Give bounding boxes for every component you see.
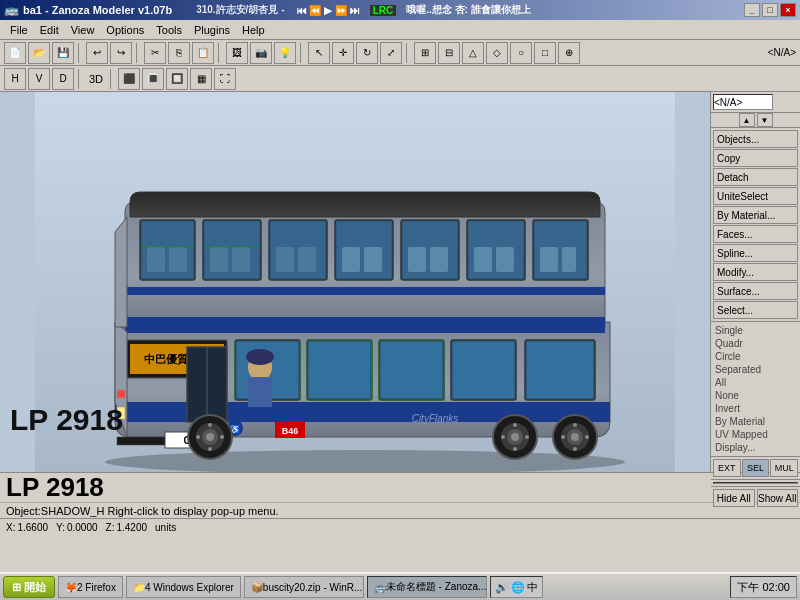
sep2: [136, 43, 140, 63]
start-button[interactable]: ⊞ 開始: [3, 576, 55, 598]
obj-statusbar: Object:SHADOW_H Right-click to display p…: [0, 502, 800, 518]
tb-btn-3[interactable]: 📋: [192, 42, 214, 64]
select-separated[interactable]: Separated: [713, 363, 798, 376]
close-button[interactable]: ×: [780, 3, 796, 17]
viewport[interactable]: 中巴優質服務 ♿ B46: [0, 92, 710, 472]
lp-display: LP 2918: [10, 403, 123, 437]
new-button[interactable]: 📄: [4, 42, 26, 64]
select-none[interactable]: None: [713, 389, 798, 402]
rp-top-area: [711, 92, 800, 113]
select-quadr[interactable]: Quadr: [713, 337, 798, 350]
detach-button[interactable]: Detach: [713, 168, 798, 186]
minimize-button[interactable]: _: [744, 3, 760, 17]
rp-top-input[interactable]: [713, 94, 773, 110]
save-button[interactable]: 💾: [52, 42, 74, 64]
tb-btn-8[interactable]: ⊟: [438, 42, 460, 64]
maximize-button[interactable]: □: [762, 3, 778, 17]
modify-button[interactable]: Modify...: [713, 263, 798, 281]
menu-tools[interactable]: Tools: [150, 22, 188, 38]
tb-btn-9[interactable]: △: [462, 42, 484, 64]
undo-button[interactable]: ↩: [86, 42, 108, 64]
tb-btn-13[interactable]: ⊕: [558, 42, 580, 64]
select-button[interactable]: Select...: [713, 301, 798, 319]
mode-d[interactable]: D: [52, 68, 74, 90]
view-3d-label: 3D: [86, 73, 106, 85]
svg-rect-4: [125, 287, 605, 295]
copy-button[interactable]: Copy: [713, 149, 798, 167]
select-by-material[interactable]: By Material: [713, 415, 798, 428]
svg-rect-48: [453, 342, 514, 398]
menu-file[interactable]: File: [4, 22, 34, 38]
unite-select-button[interactable]: UniteSelect: [713, 187, 798, 205]
tb2-btn-2[interactable]: 🔳: [142, 68, 164, 90]
menu-view[interactable]: View: [65, 22, 101, 38]
titlebar-left: 🚌 ba1 - Zanoza Modeler v1.07b 310.許志安/胡杏…: [4, 3, 531, 17]
tb-btn-5[interactable]: 📷: [250, 42, 272, 64]
scroll-down-button[interactable]: ▼: [757, 113, 773, 127]
sep3: [218, 43, 222, 63]
svg-rect-27: [474, 247, 492, 272]
taskbar-firefox[interactable]: 🦊 2 Firefox: [58, 576, 123, 598]
menu-help[interactable]: Help: [236, 22, 271, 38]
tb2-btn-4[interactable]: ▦: [190, 68, 212, 90]
tb-btn-6[interactable]: 💡: [274, 42, 296, 64]
menu-options[interactable]: Options: [100, 22, 150, 38]
hide-all-button[interactable]: Hide All: [713, 489, 755, 507]
select-invert[interactable]: Invert: [713, 402, 798, 415]
svg-rect-59: [117, 390, 125, 398]
tb-btn-11[interactable]: ○: [510, 42, 532, 64]
taskbar-winrar[interactable]: 📦 buscity20.zip - WinR...: [244, 576, 364, 598]
toolbar2: H V D 3D ⬛ 🔳 🔲 ▦ ⛶: [0, 66, 800, 92]
faces-button[interactable]: Faces...: [713, 225, 798, 243]
svg-point-42: [246, 349, 274, 365]
objects-button[interactable]: Objects...: [713, 130, 798, 148]
open-button[interactable]: 📂: [28, 42, 50, 64]
mode-h[interactable]: H: [4, 68, 26, 90]
tb2-btn-5[interactable]: ⛶: [214, 68, 236, 90]
select-tool[interactable]: ↖: [308, 42, 330, 64]
by-material-button[interactable]: By Material...: [713, 206, 798, 224]
rotate-tool[interactable]: ↻: [356, 42, 378, 64]
scroll-up-button[interactable]: ▲: [739, 113, 755, 127]
surface-button[interactable]: Surface...: [713, 282, 798, 300]
z-coord: Z: 1.4200: [106, 522, 147, 533]
spline-button[interactable]: Spline...: [713, 244, 798, 262]
select-single[interactable]: Single: [713, 324, 798, 337]
move-tool[interactable]: ✛: [332, 42, 354, 64]
mul-button[interactable]: MUL: [770, 459, 798, 477]
select-all[interactable]: All: [713, 376, 798, 389]
units-label: units: [155, 522, 176, 533]
list-item-body-h[interactable]: BODY_H: [714, 483, 797, 484]
menubar: File Edit View Options Tools Plugins Hel…: [0, 20, 800, 40]
menu-plugins[interactable]: Plugins: [188, 22, 236, 38]
redo-button[interactable]: ↪: [110, 42, 132, 64]
taskbar-explorer[interactable]: 📁 4 Windows Explorer: [126, 576, 241, 598]
select-circle[interactable]: Circle: [713, 350, 798, 363]
taskbar-zanoza[interactable]: 🚌 未命名標題 - Zanoza...: [367, 576, 487, 598]
tb-btn-1[interactable]: ✂: [144, 42, 166, 64]
svg-rect-44: [309, 342, 370, 398]
svg-point-67: [208, 423, 212, 427]
titlebar-buttons[interactable]: _ □ ×: [744, 3, 796, 17]
tb-btn-4[interactable]: 🖼: [226, 42, 248, 64]
svg-point-86: [585, 435, 589, 439]
svg-point-82: [571, 433, 579, 441]
ext-button[interactable]: EXT: [713, 459, 741, 477]
mode-v[interactable]: V: [28, 68, 50, 90]
menu-edit[interactable]: Edit: [34, 22, 65, 38]
svg-rect-24: [430, 247, 448, 272]
show-all-button[interactable]: Show All: [757, 489, 799, 507]
object-listbox[interactable]: BODY_H SHADOW_H 1LIGHT_H RLIGHT_H whl_H.…: [713, 482, 798, 484]
display-item[interactable]: Display...: [713, 441, 798, 454]
tb-btn-12[interactable]: □: [534, 42, 556, 64]
scale-tool[interactable]: ⤢: [380, 42, 402, 64]
svg-rect-16: [298, 247, 316, 272]
y-value: 0.0000: [67, 522, 98, 533]
tb2-btn-1[interactable]: ⬛: [118, 68, 140, 90]
select-uv-mapped[interactable]: UV Mapped: [713, 428, 798, 441]
tb2-btn-3[interactable]: 🔲: [166, 68, 188, 90]
sel-button[interactable]: SEL: [742, 459, 770, 477]
tb-btn-2[interactable]: ⎘: [168, 42, 190, 64]
tb-btn-7[interactable]: ⊞: [414, 42, 436, 64]
tb-btn-10[interactable]: ◇: [486, 42, 508, 64]
